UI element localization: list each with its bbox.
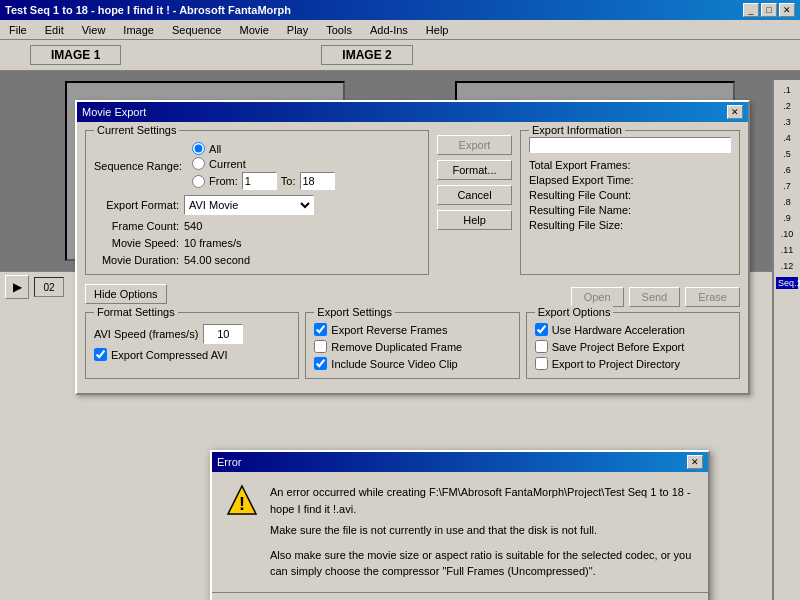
export-options-label: Export Options <box>535 306 614 318</box>
progress-bar <box>529 137 731 153</box>
elapsed-time-label: Elapsed Export Time: <box>529 174 659 186</box>
menu-image[interactable]: Image <box>119 23 158 37</box>
file-size-label: Resulting File Size: <box>529 219 659 231</box>
format-settings-label: Format Settings <box>94 306 178 318</box>
maximize-button[interactable]: □ <box>761 3 777 17</box>
movie-duration-label: Movie Duration: <box>94 254 179 266</box>
hide-options-button[interactable]: Hide Options <box>85 284 167 304</box>
use-hardware-label: Use Hardware Acceleration <box>552 324 685 336</box>
main-window: Test Seq 1 to 18 - hope I find it ! - Ab… <box>0 0 800 600</box>
bottom-action-buttons: Open Send Erase <box>571 287 740 307</box>
panel-number-12: .12 <box>781 261 794 271</box>
file-count-label: Resulting File Count: <box>529 189 659 201</box>
menu-edit[interactable]: Edit <box>41 23 68 37</box>
action-buttons: Export Format... Cancel Help <box>437 130 512 281</box>
erase-button[interactable]: Erase <box>685 287 740 307</box>
movie-export-title-bar: Movie Export ✕ <box>77 102 748 122</box>
minimize-button[interactable]: _ <box>743 3 759 17</box>
reverse-frames-checkbox[interactable] <box>314 323 327 336</box>
export-to-dir-checkbox[interactable] <box>535 357 548 370</box>
title-controls: _ □ ✕ <box>743 3 795 17</box>
menu-movie[interactable]: Movie <box>235 23 272 37</box>
export-compressed-row: Export Compressed AVI <box>94 348 290 361</box>
cancel-button[interactable]: Cancel <box>437 185 512 205</box>
to-label: To: <box>281 175 296 187</box>
export-compressed-checkbox[interactable] <box>94 348 107 361</box>
export-info-label: Export Information <box>529 124 625 136</box>
menu-view[interactable]: View <box>78 23 110 37</box>
export-compressed-label: Export Compressed AVI <box>111 349 228 361</box>
menu-addins[interactable]: Add-Ins <box>366 23 412 37</box>
help-button[interactable]: Help <box>437 210 512 230</box>
include-source-row: Include Source Video Clip <box>314 357 510 370</box>
export-options-section: Export Options Use Hardware Acceleration… <box>526 312 740 379</box>
close-button[interactable]: ✕ <box>779 3 795 17</box>
frame-counter: 02 <box>34 277 64 297</box>
export-button[interactable]: Export <box>437 135 512 155</box>
export-settings-section: Export Settings Export Reverse Frames Re… <box>305 312 519 379</box>
movie-speed-row: Movie Speed: 10 frames/s <box>94 237 420 249</box>
movie-speed-value: 10 frames/s <box>184 237 241 249</box>
radio-all-row: All <box>192 142 334 155</box>
export-to-dir-row: Export to Project Directory <box>535 357 731 370</box>
play-button[interactable]: ▶ <box>5 275 29 299</box>
total-frames-label: Total Export Frames: <box>529 159 659 171</box>
from-input[interactable]: 1 <box>242 172 277 190</box>
radio-current[interactable] <box>192 157 205 170</box>
frame-count-row: Frame Count: 540 <box>94 220 420 232</box>
error-buttons: OK <box>212 592 708 601</box>
app-title: Test Seq 1 to 18 - hope I find it ! - Ab… <box>5 4 291 16</box>
movie-speed-label: Movie Speed: <box>94 237 179 249</box>
error-message-2: Make sure the file is not currently in u… <box>270 522 694 539</box>
remove-duplicated-checkbox[interactable] <box>314 340 327 353</box>
panel-number-6: .6 <box>783 165 791 175</box>
panel-number-7: .7 <box>783 181 791 191</box>
error-title: Error <box>217 456 241 468</box>
error-message-3: Also make sure the movie size or aspect … <box>270 547 694 580</box>
send-button[interactable]: Send <box>629 287 681 307</box>
error-messages: An error occurred while creating F:\FM\A… <box>270 484 694 580</box>
from-label: From: <box>209 175 238 187</box>
panel-number-4: .4 <box>783 133 791 143</box>
radio-from[interactable] <box>192 175 205 188</box>
movie-export-title: Movie Export <box>82 106 146 118</box>
radio-all[interactable] <box>192 142 205 155</box>
panel-number-5: .5 <box>783 149 791 159</box>
error-close-button[interactable]: ✕ <box>687 455 703 469</box>
include-source-checkbox[interactable] <box>314 357 327 370</box>
format-button[interactable]: Format... <box>437 160 512 180</box>
movie-export-dialog: Movie Export ✕ Current Settings Sequence… <box>75 100 750 395</box>
panel-number-9: .9 <box>783 213 791 223</box>
error-dialog: Error ✕ ! An error occurred while creati… <box>210 450 710 600</box>
save-project-row: Save Project Before Export <box>535 340 731 353</box>
save-project-checkbox[interactable] <box>535 340 548 353</box>
movie-duration-row: Movie Duration: 54.00 second <box>94 254 420 266</box>
file-count-row: Resulting File Count: <box>529 189 731 201</box>
export-format-label: Export Format: <box>94 199 179 211</box>
save-project-label: Save Project Before Export <box>552 341 685 353</box>
current-settings-section: Current Settings Sequence Range: All <box>85 130 429 275</box>
file-name-label: Resulting File Name: <box>529 204 659 216</box>
top-row: Current Settings Sequence Range: All <box>85 130 740 281</box>
radio-current-label: Current <box>209 158 246 170</box>
radio-current-row: Current <box>192 157 334 170</box>
reverse-frames-label: Export Reverse Frames <box>331 324 447 336</box>
menu-tools[interactable]: Tools <box>322 23 356 37</box>
avi-speed-input[interactable]: 10 <box>203 324 243 344</box>
error-title-bar: Error ✕ <box>212 452 708 472</box>
menu-sequence[interactable]: Sequence <box>168 23 226 37</box>
panel-number-10: .10 <box>781 229 794 239</box>
movie-export-close-button[interactable]: ✕ <box>727 105 743 119</box>
to-input[interactable]: 18 <box>300 172 335 190</box>
movie-duration-value: 54.00 second <box>184 254 250 266</box>
current-settings-label: Current Settings <box>94 124 179 136</box>
right-panel: .1 .2 .3 .4 .5 .6 .7 .8 .9 .10 .11 .12 S… <box>772 80 800 600</box>
open-button[interactable]: Open <box>571 287 624 307</box>
menu-file[interactable]: File <box>5 23 31 37</box>
reverse-frames-row: Export Reverse Frames <box>314 323 510 336</box>
use-hardware-checkbox[interactable] <box>535 323 548 336</box>
menu-help[interactable]: Help <box>422 23 453 37</box>
menu-play[interactable]: Play <box>283 23 312 37</box>
export-format-select[interactable]: AVI Movie <box>184 195 314 215</box>
bg-content: IMAGE 1 IMAGE 2 ▶ 02 .1 .2 .3 .4 .5 .6 .… <box>0 40 800 600</box>
